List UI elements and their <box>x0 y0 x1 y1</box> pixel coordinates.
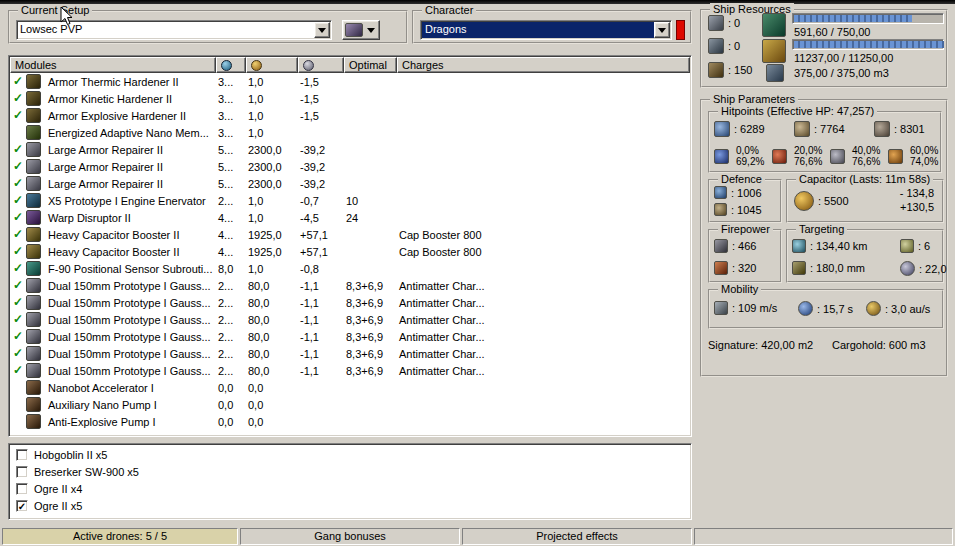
character-status-indicator <box>676 20 685 40</box>
statusbar-gang-bonuses[interactable]: Gang bonuses <box>240 528 460 545</box>
signature-text: Signature: 420,00 m2 <box>708 339 813 351</box>
explosive-resist-shield: 60,0% <box>910 145 938 156</box>
kinetic-resist-icon <box>830 149 845 164</box>
sig-resolution-icon <box>792 261 806 275</box>
drone-row[interactable]: Hobgoblin II x5 <box>11 446 689 463</box>
module-cpu-value: 2... <box>216 365 246 377</box>
module-powergrid-value: 2300,0 <box>246 144 298 156</box>
scan-resolution-value: : 22,0 <box>919 263 947 275</box>
ship-browser-button[interactable] <box>342 20 380 40</box>
speed-value: : 109 m/s <box>732 302 777 314</box>
column-header-cpu[interactable] <box>216 57 246 73</box>
calibration-value: : 150 <box>728 64 752 76</box>
module-row[interactable]: ✓ Large Armor Repairer II 5... 2300,0 -3… <box>10 175 690 192</box>
capacitor-drain-value: - 134,8 <box>900 187 934 199</box>
fitted-check-icon: ✓ <box>10 295 26 310</box>
module-powergrid-value: 80,0 <box>246 365 298 377</box>
module-row[interactable]: ✓ Heavy Capacitor Booster II 4... 1925,0… <box>10 226 690 243</box>
module-cpu-value: 5... <box>216 161 246 173</box>
module-row[interactable]: ✓ Heavy Capacitor Booster II 4... 1925,0… <box>10 243 690 260</box>
column-header-optimal[interactable]: Optimal <box>344 57 397 73</box>
module-cap-value: +57,1 <box>298 229 344 241</box>
column-header-capacitor[interactable] <box>298 57 344 73</box>
max-targets-icon <box>900 239 914 253</box>
module-optimal-value: 8,3+6,9 <box>344 365 397 377</box>
module-row[interactable]: ✓ Armor Thermic Hardener II 3... 1,0 -1,… <box>10 73 690 90</box>
window-title-strip <box>0 0 955 4</box>
module-row[interactable]: ✓ Dual 150mm Prototype I Gauss... 2... 8… <box>10 345 690 362</box>
target-range-value: : 134,40 km <box>810 240 867 252</box>
powergrid-usage-text: 11237,00 / 11250,00 <box>794 52 893 64</box>
module-row[interactable]: ✓ Large Armor Repairer II 5... 2300,0 -3… <box>10 141 690 158</box>
module-cap-value: -39,2 <box>298 161 344 173</box>
module-row[interactable]: ✓ F-90 Positional Sensor Subrouti... 8,0… <box>10 260 690 277</box>
defence-value-1: : 1006 <box>731 187 762 199</box>
current-setup-dropdown-button[interactable] <box>314 22 330 38</box>
statusbar-active-drones[interactable]: Active drones: 5 / 5 <box>2 528 238 545</box>
structure-icon <box>874 121 890 137</box>
module-powergrid-value: 80,0 <box>246 331 298 343</box>
module-row[interactable]: Anti-Explosive Pump I 0,0 0,0 <box>10 413 690 430</box>
module-name: Dual 150mm Prototype I Gauss... <box>46 280 216 292</box>
module-name: Armor Thermic Hardener II <box>46 76 216 88</box>
module-row[interactable]: ✓ Dual 150mm Prototype I Gauss... 2... 8… <box>10 277 690 294</box>
statusbar-empty-pane <box>694 528 953 545</box>
module-row[interactable]: ✓ Dual 150mm Prototype I Gauss... 2... 8… <box>10 294 690 311</box>
drone-checkbox[interactable] <box>16 466 28 478</box>
dronebay-usage-text: 375,00 / 375,00 m3 <box>794 67 889 79</box>
drone-checkbox[interactable] <box>16 483 28 495</box>
module-row[interactable]: ✓ Dual 150mm Prototype I Gauss... 2... 8… <box>10 362 690 379</box>
drone-row[interactable]: ✓ Ogre II x5 <box>11 497 689 514</box>
chevron-down-icon <box>367 28 375 33</box>
sig-resolution-row: : 180,0 mm <box>792 261 865 275</box>
module-row[interactable]: ✓ Armor Explosive Hardener II 3... 1,0 -… <box>10 107 690 124</box>
structure-hp-value: : 8301 <box>894 123 925 135</box>
targeting-label: Targeting <box>796 223 847 235</box>
module-row[interactable]: Nanobot Accelerator I 0,0 0,0 <box>10 379 690 396</box>
armor-hardener-icon <box>26 74 41 89</box>
module-powergrid-value: 2300,0 <box>246 161 298 173</box>
character-combobox[interactable]: Dragons <box>420 20 672 40</box>
module-row[interactable]: Energized Adaptive Nano Mem... 3... 1,0 <box>10 124 690 141</box>
armor-repairer-icon <box>26 142 41 157</box>
character-dropdown-button[interactable] <box>654 22 670 38</box>
warp-speed-icon <box>866 301 881 316</box>
em-resist-shield: 0,0% <box>736 145 764 156</box>
fitted-check-icon: ✓ <box>10 159 26 174</box>
target-range-icon <box>792 239 806 253</box>
module-powergrid-value: 80,0 <box>246 348 298 360</box>
module-row[interactable]: ✓ Dual 150mm Prototype I Gauss... 2... 8… <box>10 328 690 345</box>
module-optimal-value: 8,3+6,9 <box>344 314 397 326</box>
explosive-resist-armor: 74,0% <box>910 156 938 167</box>
railgun-icon <box>26 295 41 310</box>
column-header-charges[interactable]: Charges <box>397 57 690 73</box>
module-row[interactable]: ✓ Armor Kinetic Hardener II 3... 1,0 -1,… <box>10 90 690 107</box>
fitting-browser-icon <box>345 23 363 37</box>
module-name: F-90 Positional Sensor Subrouti... <box>46 263 216 275</box>
module-row[interactable]: ✓ X5 Prototype I Engine Enervator 2... 1… <box>10 192 690 209</box>
drone-checkbox[interactable] <box>16 449 28 461</box>
warp-speed-value: : 3,0 au/s <box>885 303 930 315</box>
thermal-resist-shield: 20,0% <box>794 145 822 156</box>
module-charge-value: Antimatter Char... <box>397 365 690 377</box>
module-row[interactable]: ✓ Warp Disruptor II 4... 1,0 -4,5 24 <box>10 209 690 226</box>
module-row[interactable]: ✓ Large Armor Repairer II 5... 2300,0 -3… <box>10 158 690 175</box>
column-header-powergrid[interactable] <box>246 57 298 73</box>
fitted-check-icon: ✓ <box>10 142 26 157</box>
module-powergrid-value: 1,0 <box>246 127 298 139</box>
turret-slots-icon <box>708 15 724 31</box>
module-row[interactable]: ✓ Dual 150mm Prototype I Gauss... 2... 8… <box>10 311 690 328</box>
module-row[interactable]: Auxiliary Nano Pump I 0,0 0,0 <box>10 396 690 413</box>
module-cpu-value: 5... <box>216 144 246 156</box>
module-powergrid-value: 1,0 <box>246 263 298 275</box>
kinetic-resist-armor: 76,6% <box>852 156 880 167</box>
column-header-modules[interactable]: Modules <box>10 57 216 73</box>
drone-row[interactable]: Breserker SW-900 x5 <box>11 463 689 480</box>
cpu-bar-fill <box>794 15 912 22</box>
active-drones-text: Active drones: 5 / 5 <box>73 530 167 542</box>
statusbar-projected-effects[interactable]: Projected effects <box>462 528 692 545</box>
drone-row[interactable]: Ogre II x4 <box>11 480 689 497</box>
fitted-check-icon: ✓ <box>10 193 26 208</box>
drone-checkbox[interactable]: ✓ <box>16 500 28 512</box>
module-powergrid-value: 1925,0 <box>246 246 298 258</box>
